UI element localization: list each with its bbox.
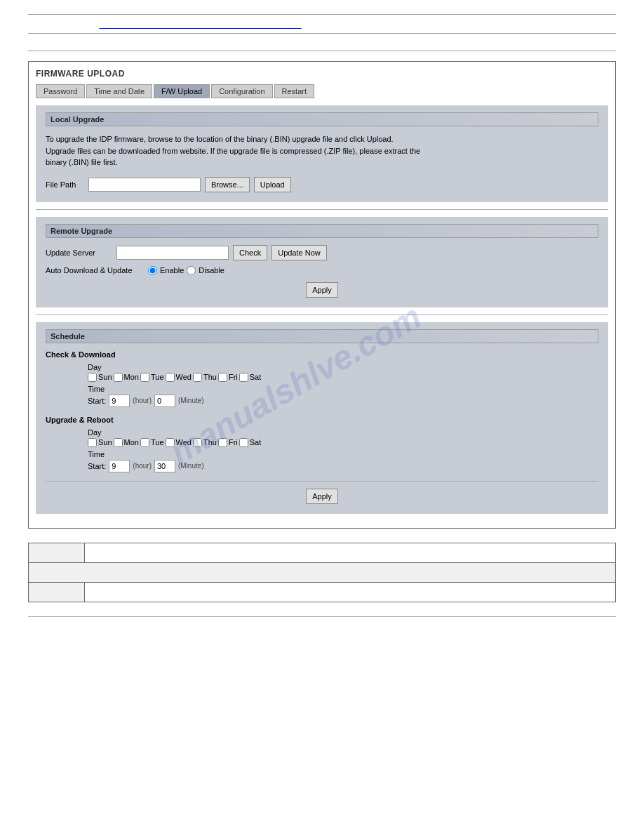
reboot-sun-label: Sun: [98, 438, 112, 446]
reboot-wed-label: Wed: [176, 438, 192, 446]
desc-line2: Upgrade files can be downloaded from web…: [46, 147, 420, 155]
radio-group-auto: Enable Disable: [148, 266, 224, 275]
reboot-start-label: Start:: [88, 462, 106, 470]
check-start-label: Start:: [88, 397, 106, 405]
check-sat-checkbox[interactable]: [239, 373, 248, 382]
check-minute-label: (Minute): [178, 397, 204, 404]
schedule-header: Schedule: [46, 329, 598, 343]
check-mon-checkbox[interactable]: [114, 373, 123, 382]
reboot-sat-checkbox[interactable]: [239, 438, 248, 447]
section-divider-3: [36, 315, 608, 315]
check-hour-input[interactable]: [109, 395, 130, 407]
reboot-sun-item: Sun: [88, 438, 112, 447]
section-divider-1: [28, 33, 616, 34]
table-cell-value-3: [85, 582, 616, 602]
check-day-row: Sun Mon Tue Wed: [88, 373, 598, 382]
file-path-label: File Path: [46, 180, 84, 189]
check-sat-label: Sat: [250, 373, 262, 381]
schedule-apply-button[interactable]: Apply: [306, 489, 338, 504]
reboot-time-label: Time: [88, 450, 598, 458]
file-path-input[interactable]: [88, 178, 201, 192]
reboot-wed-item: Wed: [166, 438, 192, 447]
check-fri-checkbox[interactable]: [218, 373, 227, 382]
server-row: Update Server Check Update Now: [46, 245, 598, 260]
check-thu-item: Thu: [193, 373, 217, 382]
reboot-sun-checkbox[interactable]: [88, 438, 97, 447]
reboot-mon-item: Mon: [114, 438, 139, 447]
reboot-sat-item: Sat: [239, 438, 262, 447]
nav-links: ________________________________________…: [28, 20, 616, 29]
check-download-label: Check & Download: [46, 350, 598, 359]
reboot-thu-checkbox[interactable]: [193, 438, 202, 447]
check-thu-label: Thu: [203, 373, 217, 381]
remote-apply-row: Apply: [46, 282, 598, 298]
tab-time-date[interactable]: Time and Date: [86, 84, 152, 98]
check-button[interactable]: Check: [233, 245, 267, 260]
reboot-mon-label: Mon: [124, 438, 139, 446]
browse-button[interactable]: Browse...: [205, 177, 250, 192]
table-row: [29, 543, 616, 562]
nav-home[interactable]: ________________________________________…: [100, 20, 302, 29]
main-content-divider: [28, 51, 616, 51]
schedule-divider: [46, 481, 598, 482]
check-sun-checkbox[interactable]: [88, 373, 97, 382]
check-fri-label: Fri: [229, 373, 238, 381]
desc-line1: To upgrade the IDP firmware, browse to t…: [46, 135, 394, 143]
schedule-section: Schedule Check & Download Day Sun Mon: [36, 322, 608, 514]
check-tue-label: Tue: [151, 373, 164, 381]
check-wed-item: Wed: [166, 373, 192, 382]
check-time-row: Start: (hour) (Minute): [88, 395, 598, 407]
tab-fw-upload[interactable]: F/W Upload: [154, 84, 210, 98]
tab-restart[interactable]: Restart: [274, 84, 314, 98]
table-cell-label-3: [29, 582, 85, 602]
check-wed-checkbox[interactable]: [166, 373, 175, 382]
check-sun-item: Sun: [88, 373, 112, 382]
check-mon-label: Mon: [124, 373, 139, 381]
reboot-tue-label: Tue: [151, 438, 164, 446]
radio-disable[interactable]: [187, 266, 196, 275]
table-row: [29, 582, 616, 602]
reboot-minute-input[interactable]: [154, 460, 175, 472]
reboot-hour-input[interactable]: [109, 460, 130, 472]
upgrade-reboot-subsection: Upgrade & Reboot Day Sun Mon Tue: [46, 416, 598, 472]
firmware-title: FIRMWARE UPLOAD: [36, 69, 608, 79]
reboot-mon-checkbox[interactable]: [114, 438, 123, 447]
nav-spacer: [28, 20, 97, 29]
tab-password[interactable]: Password: [36, 84, 85, 98]
firmware-panel: FIRMWARE UPLOAD Password Time and Date F…: [28, 61, 616, 529]
tab-configuration[interactable]: Configuration: [211, 84, 272, 98]
reboot-thu-item: Thu: [193, 438, 217, 447]
check-minute-input[interactable]: [154, 395, 175, 407]
upload-button[interactable]: Upload: [254, 177, 291, 192]
schedule-apply-row: Apply: [46, 489, 598, 504]
reboot-tue-checkbox[interactable]: [140, 438, 149, 447]
remote-upgrade-header: Remote Upgrade: [46, 224, 598, 238]
check-fri-item: Fri: [218, 373, 238, 382]
check-sat-item: Sat: [239, 373, 262, 382]
auto-label: Auto Download & Update: [46, 266, 144, 274]
auto-row: Auto Download & Update Enable Disable: [46, 266, 598, 275]
check-tue-item: Tue: [140, 373, 164, 382]
reboot-fri-item: Fri: [218, 438, 238, 447]
reboot-sat-label: Sat: [250, 438, 262, 446]
check-thu-checkbox[interactable]: [193, 373, 202, 382]
reboot-day-row: Sun Mon Tue Wed: [88, 438, 598, 447]
reboot-wed-checkbox[interactable]: [166, 438, 175, 447]
check-download-subsection: Check & Download Day Sun Mon Tue: [46, 350, 598, 407]
enable-label: Enable: [160, 266, 184, 274]
reboot-minute-label: (Minute): [178, 462, 204, 470]
check-tue-checkbox[interactable]: [140, 373, 149, 382]
reboot-time-row: Start: (hour) (Minute): [88, 460, 598, 472]
section-divider-2: [36, 209, 608, 210]
reboot-fri-checkbox[interactable]: [218, 438, 227, 447]
local-upgrade-header: Local Upgrade: [46, 112, 598, 126]
server-input[interactable]: [116, 246, 229, 260]
check-mon-item: Mon: [114, 373, 139, 382]
file-path-row: File Path Browse... Upload: [46, 177, 598, 192]
remote-apply-button[interactable]: Apply: [306, 282, 338, 298]
radio-enable[interactable]: [148, 266, 157, 275]
table-cell-label-1: [29, 543, 85, 562]
update-now-button[interactable]: Update Now: [271, 245, 327, 260]
table-cell-span-2: [29, 562, 616, 582]
reboot-hour-label: (hour): [133, 462, 152, 470]
